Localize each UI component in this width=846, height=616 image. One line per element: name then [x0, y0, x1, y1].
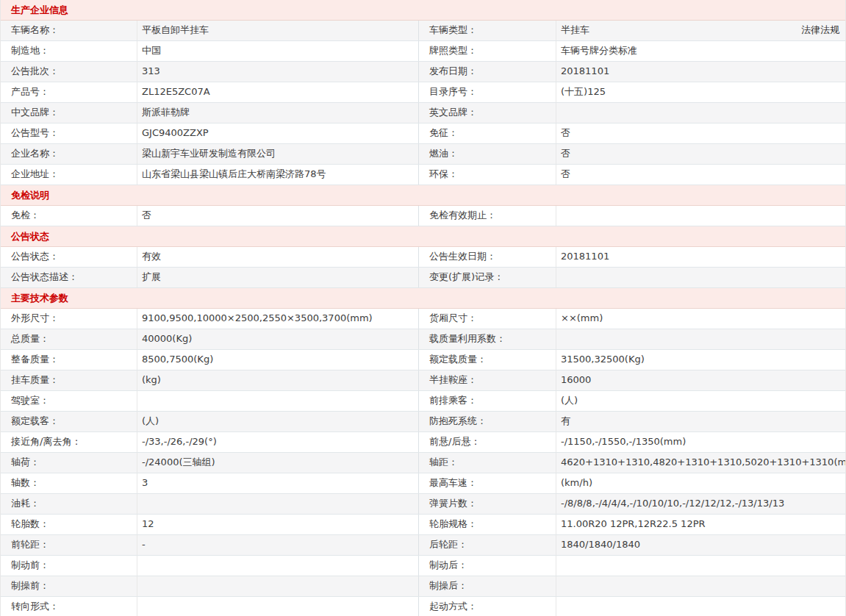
table-row: 总质量：40000(Kg)载质量利用系数：	[1, 329, 845, 350]
field-label: 企业地址：	[1, 165, 137, 185]
field-value-text: 半挂车	[561, 21, 589, 40]
table-row: 公告状态：有效公告生效日期：20181101	[1, 247, 845, 268]
field-label-text: 防抱死系统：	[429, 415, 487, 426]
field-value: -/8/8/8,-/4/4/4,-/10/10/10,-/12/12/12,-/…	[556, 494, 845, 514]
field-value-text: 有	[561, 412, 570, 431]
field-label-text: 变更(扩展)记录：	[429, 271, 503, 282]
field-label-text: 中文品牌：	[11, 107, 59, 118]
field-value-text: (人)	[142, 415, 159, 426]
field-label: 半挂鞍座：	[419, 370, 556, 390]
legal-regulations-link[interactable]: 法律法规	[801, 21, 839, 40]
field-label: 额定载质量：	[419, 350, 556, 370]
field-label-text: 轮胎数：	[11, 518, 49, 529]
field-label: 总质量：	[1, 329, 137, 349]
table-row: 接近角/离去角：-/33,-/26,-/29(°)前悬/后悬：-/1150,-/…	[1, 432, 845, 453]
table-row: 车辆名称：平板自卸半挂车车辆类型：半挂车法律法规	[1, 21, 845, 41]
field-value-text: 斯派菲勒牌	[142, 107, 190, 118]
vehicle-info-page: 生产企业信息车辆名称：平板自卸半挂车车辆类型：半挂车法律法规制造地：中国牌照类型…	[0, 0, 846, 616]
field-label: 公告状态描述：	[1, 268, 137, 287]
field-value	[556, 268, 845, 287]
field-label: 防抱死系统：	[419, 412, 556, 431]
field-label-text: 外形尺寸：	[11, 312, 59, 323]
field-label-text: 公告状态描述：	[11, 271, 78, 282]
table-row: 油耗：弹簧片数：-/8/8/8,-/4/4/4,-/10/10/10,-/12/…	[1, 494, 845, 515]
field-value-text: 4620+1310+1310,4820+1310+1310,5020+1310+…	[561, 453, 845, 473]
field-value-text: 3	[142, 477, 148, 488]
field-value-text: (km/h)	[561, 473, 592, 493]
field-label: 接近角/离去角：	[1, 432, 137, 452]
field-label: 牌照类型：	[419, 41, 556, 61]
field-label-text: 免征：	[429, 127, 458, 138]
field-label: 环保：	[419, 165, 556, 185]
field-value	[137, 597, 419, 616]
table-row: 挂车质量：(kg)半挂鞍座：16000	[1, 370, 845, 391]
field-label: 免检：	[1, 206, 137, 226]
field-value-text: 40000(Kg)	[142, 333, 192, 344]
field-label: 公告型号：	[1, 123, 137, 143]
field-value	[556, 597, 845, 616]
field-value-text: 否	[561, 123, 570, 143]
field-value: -	[137, 535, 419, 555]
field-value: 20181101	[556, 62, 845, 82]
field-label: 转向形式：	[1, 597, 137, 616]
field-value: 8500,7500(Kg)	[137, 350, 419, 370]
field-label-text: 后轮距：	[429, 539, 467, 550]
field-value: 313	[137, 62, 419, 82]
table-row: 制造地：中国牌照类型：车辆号牌分类标准	[1, 41, 845, 62]
field-value: 否	[556, 144, 845, 164]
field-label-text: 额定载质量：	[429, 354, 487, 365]
field-value-text: -/33,-/26,-/29(°)	[142, 436, 217, 447]
field-value: 否	[137, 206, 419, 226]
field-label: 轴距：	[419, 453, 556, 473]
field-label-text: 半挂鞍座：	[429, 374, 477, 385]
table-row: 外形尺寸：9100,9500,10000×2500,2550×3500,3700…	[1, 309, 845, 329]
field-label-text: 轴数：	[11, 477, 40, 488]
table-row: 轴数：3最高车速：(km/h)	[1, 473, 845, 494]
field-label-text: 公告状态：	[11, 251, 59, 262]
table-row: 前轮距：-后轮距：1840/1840/1840	[1, 535, 845, 556]
field-label: 变更(扩展)记录：	[419, 268, 556, 287]
field-label-text: 额定载客：	[11, 415, 59, 426]
field-value: 平板自卸半挂车	[137, 21, 419, 40]
field-value: 31500,32500(Kg)	[556, 350, 845, 370]
field-label-text: 载质量利用系数：	[429, 333, 506, 344]
field-label: 免检有效期止：	[419, 206, 556, 226]
field-value-text: 梁山新宇车业研发制造有限公司	[142, 148, 276, 159]
field-label-text: 企业地址：	[11, 168, 59, 179]
field-label: 车辆名称：	[1, 21, 137, 40]
field-label-text: 制造地：	[11, 45, 49, 56]
field-value-text: 中国	[142, 45, 161, 56]
field-value: 40000(Kg)	[137, 329, 419, 349]
field-value-text: ZL12E5ZC07A	[142, 86, 210, 97]
field-label-text: 制操前：	[11, 580, 49, 591]
field-value-text: ××(mm)	[561, 309, 603, 329]
field-value	[137, 391, 419, 411]
field-value: 1840/1840/1840	[556, 535, 845, 555]
field-label: 前悬/后悬：	[419, 432, 556, 452]
field-value-text: 31500,32500(Kg)	[561, 350, 645, 370]
field-label: 最高车速：	[419, 473, 556, 493]
field-value: ZL12E5ZC07A	[137, 82, 419, 102]
field-value: 4620+1310+1310,4820+1310+1310,5020+1310+…	[556, 453, 845, 473]
field-value: -/1150,-/1550,-/1350(mm)	[556, 432, 845, 452]
field-value	[556, 329, 845, 349]
field-value-text: 12	[142, 518, 154, 529]
field-label: 企业名称：	[1, 144, 137, 164]
field-label: 轴数：	[1, 473, 137, 493]
field-label-text: 车辆类型：	[429, 24, 477, 35]
field-label: 中文品牌：	[1, 103, 137, 123]
field-label: 额定载客：	[1, 412, 137, 431]
field-value-text: 9100,9500,10000×2500,2550×3500,3700(mm)	[142, 312, 373, 323]
field-value-text: 8500,7500(Kg)	[142, 354, 213, 365]
field-value-text: 平板自卸半挂车	[142, 24, 209, 35]
field-label-text: 制操后：	[429, 580, 467, 591]
field-label-text: 英文品牌：	[429, 107, 477, 118]
field-label: 目录序号：	[419, 82, 556, 102]
field-value: 11.00R20 12PR,12R22.5 12PR	[556, 515, 845, 534]
field-label-text: 起动方式：	[429, 601, 477, 612]
field-value-text: (十五)125	[561, 82, 606, 102]
field-label: 免征：	[419, 123, 556, 143]
table-row: 制动前：制动后：	[1, 556, 845, 576]
field-value: 12	[137, 515, 419, 534]
field-label: 起动方式：	[419, 597, 556, 616]
